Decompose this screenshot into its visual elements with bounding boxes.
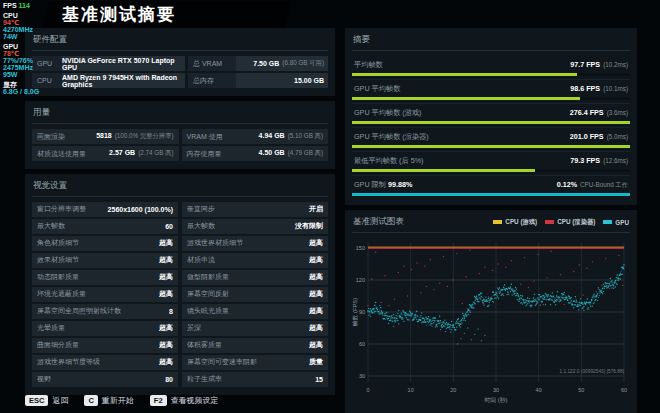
setting-row: 屏幕空间反射超高	[182, 287, 328, 302]
summary-label-wrap: 平均帧数	[354, 60, 383, 70]
setting-label: 曲面细分质量	[37, 340, 79, 350]
usage-value-wrap: 2.57 GB(2.74 GB 高)	[109, 149, 173, 158]
keycap-icon: C	[84, 395, 97, 406]
summary-label-wrap: GPU 平均帧数	[354, 84, 400, 94]
setting-label: 屏幕空间全局照明射线计数	[37, 306, 121, 316]
hotkey-esc[interactable]: ESC返回	[25, 395, 68, 406]
setting-row: 最大帧数60	[32, 219, 178, 234]
setting-value: 超高	[159, 238, 173, 248]
setting-row: 体积雾质量超高	[182, 338, 328, 353]
usage-value: 4.94 GB	[259, 132, 285, 139]
osd-text: 4270MHz	[3, 26, 33, 33]
legend-swatch-icon	[545, 220, 554, 224]
osd-line: 显存	[3, 81, 39, 88]
setting-value: 没有限制	[295, 221, 323, 231]
osd-line: 6.8G / 8.0G	[3, 88, 39, 95]
summary-bar-fill	[352, 73, 577, 76]
summary-value-wrap: 97.7 FPS(10.2ms)	[570, 60, 628, 69]
osd-text: GPU	[3, 43, 18, 50]
setting-label: 最大帧数	[187, 221, 215, 231]
usage-cell: 内存使用量4.50 GB(4.79 GB 高)	[182, 146, 329, 161]
summary-label-value: 99.88%	[388, 180, 412, 189]
summary-row: GPU 平均帧数 (游戏)276.4 FPS(3.6ms)	[352, 103, 630, 124]
chart-legend: CPU (游戏)CPU (渲染器)GPU	[493, 218, 629, 227]
setting-value: 超高	[309, 255, 323, 265]
setting-row: 景深超高	[182, 321, 328, 336]
svg-text:50: 50	[578, 387, 584, 393]
summary-value-wrap: 201.0 FPS(5.0ms)	[570, 132, 628, 141]
summary-rows: 平均帧数97.7 FPS(10.2ms)GPU 平均帧数98.6 FPS(10.…	[352, 56, 630, 196]
hardware-row: GPUNVIDIA GeForce RTX 5070 Laptop GPU总 V…	[32, 56, 328, 71]
setting-value: 超高	[309, 306, 323, 316]
svg-text:帧数 (FPS): 帧数 (FPS)	[352, 298, 358, 326]
usage-value: 5818	[96, 132, 112, 139]
legend-label: CPU (渲染器)	[557, 218, 595, 227]
visual-settings-card: 视觉设置 窗口分辨率调整2560x1600 (100.0%)最大帧数60角色材质…	[25, 174, 335, 395]
hardware-row-label2: 总内存	[188, 73, 236, 88]
summary-value-wrap: 0.12%CPU-Bound 工作	[557, 180, 628, 190]
setting-label: 粒子生成率	[187, 374, 222, 384]
summary-bar-track	[352, 145, 630, 148]
summary-label-wrap: 最低平均帧数 (后 5%)	[354, 156, 423, 166]
svg-text:90: 90	[359, 309, 365, 315]
summary-value-wrap: 98.6 FPS(10.1ms)	[570, 84, 628, 93]
setting-label: 视野	[37, 374, 51, 384]
setting-label: 体积雾质量	[187, 340, 222, 350]
summary-label-wrap: GPU 平均帧数 (游戏)	[354, 108, 421, 118]
usage-label: 内存使用量	[187, 149, 222, 159]
setting-label: 游戏世界材质细节	[187, 238, 243, 248]
summary-note: (10.2ms)	[603, 61, 628, 68]
summary-row: 平均帧数97.7 FPS(10.2ms)	[352, 56, 630, 76]
setting-row: 镜头眩光质量超高	[182, 304, 328, 319]
usage-value-wrap: 4.50 GB(4.79 GB 高)	[259, 149, 323, 158]
hardware-row-value: NVIDIA GeForce RTX 5070 Laptop GPU	[62, 56, 185, 71]
hardware-card: 硬件配置 GPUNVIDIA GeForce RTX 5070 Laptop G…	[25, 28, 335, 96]
summary-row-line: GPU 平均帧数 (游戏)276.4 FPS(3.6ms)	[352, 107, 630, 121]
hotkey-c[interactable]: C重新开始	[84, 395, 133, 406]
summary-note: (5.0ms)	[607, 133, 628, 140]
setting-row: 动态阴影质量超高	[32, 270, 178, 285]
usage-rows: 画面渲染5818(100.0% 完整分辨率)VRAM 使用4.94 GB(5.1…	[32, 129, 328, 161]
usage-value: 2.57 GB	[109, 149, 135, 156]
summary-label-wrap: GPU 限制 99.88%	[354, 180, 412, 190]
visual-settings-right-column: 垂直同步开启最大帧数没有限制游戏世界材质细节超高材质串流超高微型阴影质量超高屏幕…	[182, 202, 328, 389]
hotkey-f2[interactable]: F2查看视频设定	[150, 395, 219, 406]
legend-item: GPU	[603, 219, 629, 226]
setting-label: 最大帧数	[37, 221, 65, 231]
footer-hotkey-bar: ESC返回C重新开始F2查看视频设定	[25, 395, 219, 406]
summary-value: 0.12%	[557, 180, 577, 189]
setting-label: 光晕质量	[37, 323, 65, 333]
summary-label: 最低平均帧数 (后 5%)	[354, 156, 423, 165]
setting-row: 屏幕空间可变速率阴影质量	[182, 355, 328, 370]
value-note: (6.80 GB 可用)	[282, 59, 324, 68]
visual-settings-section-title: 视觉设置	[32, 179, 328, 197]
summary-row-line: GPU 平均帧数 (渲染器)201.0 FPS(5.0ms)	[352, 131, 630, 145]
setting-row: 光晕质量超高	[32, 321, 178, 336]
summary-card: 摘要 平均帧数97.7 FPS(10.2ms)GPU 平均帧数98.6 FPS(…	[345, 28, 637, 205]
summary-bar-fill	[352, 169, 535, 172]
setting-value: 60	[165, 223, 173, 230]
osd-line: CPU	[3, 12, 39, 19]
left-column: 硬件配置 GPUNVIDIA GeForce RTX 5070 Laptop G…	[25, 28, 335, 413]
svg-text:120: 120	[356, 277, 365, 283]
svg-text:60: 60	[359, 341, 365, 347]
setting-row: 微型阴影质量超高	[182, 270, 328, 285]
setting-row: 垂直同步开启	[182, 202, 328, 217]
summary-row: GPU 限制 99.88%0.12%CPU-Bound 工作	[352, 175, 630, 196]
hardware-row: CPUAMD Ryzen 9 7945HX with Radeon Graphi…	[32, 73, 328, 88]
svg-text:时间 (秒): 时间 (秒)	[485, 397, 508, 404]
usage-cell: 材质流送使用量2.57 GB(2.74 GB 高)	[32, 146, 179, 161]
setting-row: 游戏世界材质细节超高	[182, 236, 328, 251]
summary-value-wrap: 79.3 FPS(12.6ms)	[570, 156, 628, 165]
svg-text:40: 40	[536, 387, 542, 393]
usage-value-wrap: 5818(100.0% 完整分辨率)	[96, 132, 173, 141]
summary-note: (3.6ms)	[607, 109, 628, 116]
summary-value: 97.7 FPS	[570, 60, 600, 69]
summary-bar-track	[352, 73, 630, 76]
keycap-icon: F2	[150, 395, 167, 406]
summary-row: GPU 平均帧数 (渲染器)201.0 FPS(5.0ms)	[352, 127, 630, 148]
usage-card: 用量 画面渲染5818(100.0% 完整分辨率)VRAM 使用4.94 GB(…	[25, 101, 335, 169]
setting-value: 超高	[159, 289, 173, 299]
setting-label: 材质串流	[187, 255, 215, 265]
visual-settings-left-column: 窗口分辨率调整2560x1600 (100.0%)最大帧数60角色材质细节超高效…	[32, 202, 178, 389]
